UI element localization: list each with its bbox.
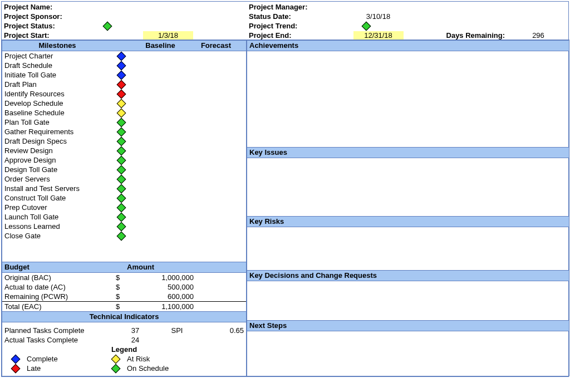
milestone-status-icon xyxy=(117,70,126,80)
milestone-forecast xyxy=(188,146,244,155)
budget-currency: $ xyxy=(116,282,127,292)
right-column: Achievements Key Issues Key Risks Key De… xyxy=(247,40,569,376)
budget-list: Original (BAC)$1,000,000Actual to date (… xyxy=(2,273,246,311)
milestone-forecast xyxy=(188,80,244,89)
tech-extra-value xyxy=(199,335,244,345)
legend-late-label: Late xyxy=(27,364,105,373)
budget-amount: 600,000 xyxy=(127,292,194,301)
key-issues-body xyxy=(247,158,569,216)
budget-currency: $ xyxy=(116,302,127,311)
milestone-status-icon xyxy=(117,203,126,212)
tech-value: 37 xyxy=(116,326,155,335)
header-row-3: Project Status: Project Trend: xyxy=(2,21,568,30)
label-status-date: Status Date: xyxy=(249,12,330,21)
milestones-baseline: Baseline xyxy=(132,41,188,51)
milestone-name: Gather Requirements xyxy=(4,127,110,136)
budget-row: Actual to date (AC)$500,000 xyxy=(2,282,246,292)
milestone-row: Initiate Toll Gate xyxy=(2,70,246,80)
milestone-row: Draft Schedule xyxy=(2,61,246,70)
milestone-name: Initiate Toll Gate xyxy=(4,70,110,80)
budget-currency: $ xyxy=(116,292,127,301)
milestone-forecast xyxy=(188,108,244,117)
header-row-1: Project Name: Project Manager: xyxy=(2,2,568,11)
milestone-forecast xyxy=(188,155,244,165)
budget-row: Total (EAC)$1,100,000 xyxy=(2,301,246,311)
milestone-name: Install and Test Servers xyxy=(4,184,110,193)
milestone-row: Design Toll Gate xyxy=(2,165,246,174)
budget-currency: $ xyxy=(116,273,127,282)
milestones-title: Milestones xyxy=(4,41,110,51)
milestone-forecast xyxy=(188,231,244,241)
budget-label: Total (EAC) xyxy=(4,302,116,311)
milestone-status-icon xyxy=(117,212,126,222)
budget-amount: 500,000 xyxy=(127,282,194,292)
milestone-status-icon xyxy=(117,165,126,174)
milestone-forecast xyxy=(188,99,244,108)
milestone-baseline xyxy=(132,51,188,61)
legend-grid: Complete At Risk Late On Schedule xyxy=(2,354,246,373)
label-project-sponsor: Project Sponsor: xyxy=(4,12,87,21)
milestones-header: Milestones Baseline Forecast xyxy=(2,40,246,51)
milestone-status-icon xyxy=(117,99,126,108)
header-row-2: Project Sponsor: Status Date: 3/10/18 xyxy=(2,11,568,21)
left-column: Milestones Baseline Forecast Project Cha… xyxy=(2,40,247,376)
legend-late-icon xyxy=(11,364,21,373)
budget-amount-label: Amount xyxy=(116,262,227,272)
value-days-remaining: 296 xyxy=(505,31,570,40)
tech-extra-label: SPI xyxy=(155,326,199,335)
value-status-date: 3/10/18 xyxy=(330,12,427,21)
value-project-start: 1/3/18 xyxy=(143,31,193,40)
milestone-row: Identify Resources xyxy=(2,89,246,99)
milestone-row: Draft Design Specs xyxy=(2,136,246,146)
milestone-name: Draft Schedule xyxy=(4,61,110,70)
milestones-forecast: Forecast xyxy=(188,41,244,51)
milestone-forecast xyxy=(188,89,244,99)
milestone-baseline xyxy=(132,231,188,241)
milestone-baseline xyxy=(132,155,188,165)
tech-extra-value: 0.65 xyxy=(199,326,244,335)
achievements-body xyxy=(247,51,569,147)
achievements-header: Achievements xyxy=(247,40,569,51)
tech-label: Planned Tasks Complete xyxy=(4,326,116,335)
milestone-forecast xyxy=(188,222,244,231)
milestone-forecast xyxy=(188,117,244,127)
budget-row: Remaining (PCWR)$600,000 xyxy=(2,292,246,301)
milestone-name: Close Gate xyxy=(4,231,110,241)
budget-amount: 1,000,000 xyxy=(127,273,194,282)
label-project-start: Project Start: xyxy=(4,31,87,40)
milestone-row: Install and Test Servers xyxy=(2,184,246,193)
milestone-baseline xyxy=(132,108,188,117)
milestone-status-icon xyxy=(117,155,126,165)
milestone-forecast xyxy=(188,203,244,212)
next-steps-header: Next Steps xyxy=(247,320,569,331)
status-diamond-icon xyxy=(103,21,112,31)
label-project-end: Project End: xyxy=(249,31,330,40)
milestone-baseline xyxy=(132,212,188,222)
budget-label: Original (BAC) xyxy=(4,273,116,282)
milestone-forecast xyxy=(188,184,244,193)
label-project-trend: Project Trend: xyxy=(249,22,330,30)
milestone-status-icon xyxy=(117,193,126,203)
milestone-baseline xyxy=(132,203,188,212)
milestone-name: Review Design xyxy=(4,146,110,155)
legend-complete-label: Complete xyxy=(27,354,105,364)
milestone-forecast xyxy=(188,61,244,70)
value-project-end: 12/31/18 xyxy=(353,31,404,40)
milestone-status-icon xyxy=(117,80,126,89)
milestone-row: Order Servers xyxy=(2,174,246,184)
milestone-baseline xyxy=(132,99,188,108)
header-row-4: Project Start: 1/3/18 Project End: 12/31… xyxy=(2,30,568,40)
main-grid: Milestones Baseline Forecast Project Cha… xyxy=(2,40,568,376)
milestone-status-icon xyxy=(117,127,126,136)
milestone-name: Order Servers xyxy=(4,174,110,184)
tech-label: Actual Tasks Complete xyxy=(4,335,116,345)
milestone-baseline xyxy=(132,165,188,174)
milestone-status-icon xyxy=(117,61,126,70)
tech-row: Planned Tasks Complete37SPI0.65 xyxy=(2,326,246,335)
legend-header: Legend xyxy=(2,345,246,354)
milestone-baseline xyxy=(132,222,188,231)
milestone-status-icon xyxy=(117,174,126,184)
milestone-forecast xyxy=(188,51,244,61)
milestone-name: Design Toll Gate xyxy=(4,165,110,174)
milestone-forecast xyxy=(188,136,244,146)
